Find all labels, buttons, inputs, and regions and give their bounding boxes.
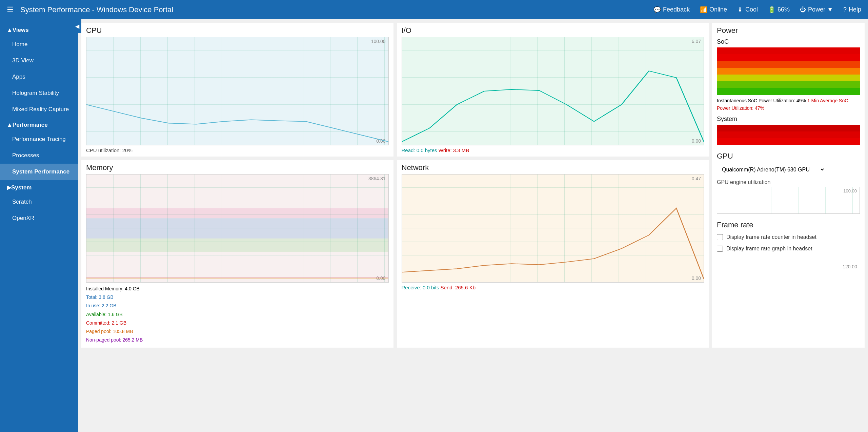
thermometer-icon: 🌡: [737, 6, 743, 13]
memory-available: Available: 1.6 GB: [86, 310, 389, 319]
sidebar-performance-header[interactable]: ▲Performance: [0, 118, 78, 131]
io-chart: 6.07 0.00: [402, 37, 704, 145]
memory-title: Memory: [86, 163, 389, 172]
sidebar-item-openxr[interactable]: OpenXR: [0, 210, 78, 226]
network-chart-svg: [402, 174, 704, 282]
hamburger-icon[interactable]: ☰: [7, 5, 14, 14]
soc-title: SoC: [717, 38, 860, 45]
sidebar: ▲Views Home 3D View Apps Hologram Stabil…: [0, 19, 78, 432]
io-title: I/O: [402, 26, 704, 35]
cpu-panel: CPU 100.00 0.00 CPU utilization: 20%: [81, 23, 393, 157]
cpu-title: CPU: [86, 26, 389, 35]
soc-row-7: [717, 88, 860, 95]
framerate-graph-label: Display frame rate graph in headset: [726, 246, 812, 252]
sidebar-item-system-performance[interactable]: System Performance: [0, 164, 78, 180]
soc-status: Instantaneous SoC Power Utilization: 49%…: [717, 97, 860, 112]
sidebar-item-mixed-reality[interactable]: Mixed Reality Capture: [0, 101, 78, 118]
cpu-chart: 100.00 0.00: [86, 37, 389, 145]
soc-row-2: [717, 54, 860, 61]
battery-status: 🔋 66%: [768, 6, 790, 14]
main-content: CPU 100.00 0.00 CPU utilization: 20% I/O…: [78, 19, 868, 432]
network-title: Network: [402, 163, 704, 172]
io-status: Read: 0.0 bytes Write: 3.3 MB: [402, 147, 704, 153]
temperature-status: 🌡 Cool: [737, 6, 758, 13]
network-status: Receive: 0.0 bits Send: 265.6 Kb: [402, 285, 704, 290]
gpu-engine-chart: 100.00: [717, 187, 860, 214]
layout: ▲Views Home 3D View Apps Hologram Stabil…: [0, 0, 868, 432]
sidebar-item-3dview[interactable]: 3D View: [0, 53, 78, 69]
system-bar: [717, 125, 860, 145]
system-bar-row-1: [717, 125, 860, 131]
memory-installed: Installed Memory: 4.0 GB: [86, 285, 389, 293]
io-chart-svg: [402, 37, 704, 145]
framerate-title: Frame rate: [717, 221, 860, 229]
sidebar-item-hologram[interactable]: Hologram Stability: [0, 85, 78, 101]
soc-bar: [717, 47, 860, 95]
framerate-counter-checkbox[interactable]: [717, 234, 723, 240]
memory-paged-pool: Paged pool: 105.8 MB: [86, 327, 389, 336]
memory-chart: 3864.31 0.00: [86, 174, 389, 283]
framerate-bottom-value: 120.00: [843, 264, 857, 269]
io-panel: I/O 6.07 0.00 Read: 0.0 bytes Write: 3.3…: [397, 23, 709, 157]
sidebar-item-apps[interactable]: Apps: [0, 69, 78, 85]
page-title: System Performance - Windows Device Port…: [20, 5, 647, 14]
system-title: System: [717, 116, 860, 123]
wifi-icon: 📶: [700, 6, 707, 14]
battery-icon: 🔋: [768, 6, 775, 14]
network-chart: 0.47 0.00: [402, 174, 704, 283]
online-status: 📶 Online: [700, 6, 727, 14]
gpu-engine-label: GPU engine utilization: [717, 179, 860, 185]
memory-labels: Installed Memory: 4.0 GB Total: 3.8 GB I…: [86, 285, 389, 344]
soc-row-3: [717, 61, 860, 68]
power-button[interactable]: ⏻ Power ▼: [800, 6, 833, 13]
memory-total: Total: 3.8 GB: [86, 293, 389, 302]
gpu-select[interactable]: Qualcomm(R) Adreno(TM) 630 GPU: [717, 164, 825, 175]
network-panel: Network 0.47 0.00 Receive: 0.0 bits Send…: [397, 160, 709, 348]
header-actions: 💬 Feedback 📶 Online 🌡 Cool 🔋 66% ⏻ Power…: [653, 6, 861, 14]
framerate-section: Frame rate Display frame rate counter in…: [717, 221, 860, 271]
framerate-bottom-container: 120.00: [717, 257, 860, 271]
help-icon: ?: [843, 6, 847, 13]
svg-rect-0: [86, 218, 388, 239]
soc-row-4: [717, 68, 860, 75]
feedback-button[interactable]: 💬 Feedback: [653, 6, 690, 14]
sidebar-collapse-button[interactable]: ◀: [73, 19, 81, 33]
memory-non-paged-pool: Non-paged pool: 265.2 MB: [86, 336, 389, 344]
sidebar-item-home[interactable]: Home: [0, 36, 78, 53]
power-icon: ⏻: [800, 6, 806, 13]
svg-rect-1: [86, 208, 388, 218]
soc-row-1: [717, 47, 860, 54]
framerate-counter-option: Display frame rate counter in headset: [717, 234, 860, 240]
sidebar-item-performance-tracing[interactable]: Performance Tracing: [0, 131, 78, 147]
memory-in-use: In use: 2.2 GB: [86, 302, 389, 310]
framerate-counter-label: Display frame rate counter in headset: [726, 234, 816, 240]
sidebar-item-processes[interactable]: Processes: [0, 147, 78, 164]
system-bar-row-3: [717, 138, 860, 145]
gpu-section: GPU Qualcomm(R) Adreno(TM) 630 GPU GPU e…: [717, 152, 860, 214]
framerate-graph-option: Display frame rate graph in headset: [717, 246, 860, 252]
cpu-chart-svg: [86, 37, 388, 145]
power-title: Power: [717, 26, 860, 35]
memory-chart-svg: [86, 174, 388, 282]
sidebar-views-header[interactable]: ▲Views: [0, 23, 78, 36]
power-panel: Power SoC Instantaneous SoC Power Utiliz…: [712, 23, 865, 348]
memory-panel: Memory 3864.31 0.00: [81, 160, 393, 348]
feedback-icon: 💬: [653, 6, 661, 14]
help-button[interactable]: ? Help: [843, 6, 861, 13]
system-bar-row-2: [717, 131, 860, 138]
memory-committed: Committed: 2.1 GB: [86, 319, 389, 327]
sidebar-system-header[interactable]: ▶System: [0, 180, 78, 194]
framerate-graph-checkbox[interactable]: [717, 246, 723, 252]
gpu-chart-grid: [717, 187, 860, 213]
sidebar-item-scratch[interactable]: Scratch: [0, 194, 78, 210]
gpu-title: GPU: [717, 152, 860, 161]
svg-rect-2: [86, 239, 388, 252]
soc-row-5: [717, 75, 860, 81]
gpu-chart-top-label: 100.00: [843, 188, 857, 193]
soc-row-6: [717, 81, 860, 88]
cpu-status: CPU utilization: 20%: [86, 147, 389, 153]
header: ☰ System Performance - Windows Device Po…: [0, 0, 868, 19]
